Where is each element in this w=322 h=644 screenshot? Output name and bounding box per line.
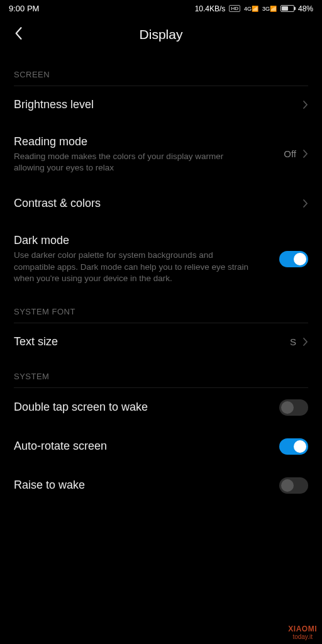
dark-mode-toggle[interactable] (279, 251, 308, 267)
row-brightness-level[interactable]: Brightness level (14, 86, 308, 123)
chevron-right-icon (303, 199, 308, 208)
status-bar: 9:00 PM 10.4KB/s HD 4G📶 3G📶 48% (0, 0, 322, 16)
network-speed: 10.4KB/s (195, 4, 226, 13)
row-subtitle: Reading mode makes the colors of your di… (14, 151, 253, 174)
row-text-size[interactable]: Text size S (14, 323, 308, 360)
raise-wake-toggle[interactable] (279, 477, 308, 494)
row-title: Raise to wake (14, 478, 272, 492)
row-contrast-colors[interactable]: Contrast & colors (14, 185, 308, 222)
row-title: Dark mode (14, 233, 272, 248)
row-value: Off (284, 148, 296, 159)
row-dark-mode: Dark mode Use darker color palette for s… (14, 222, 308, 296)
row-auto-rotate: Auto-rotate screen (14, 427, 308, 466)
chevron-left-icon (14, 26, 23, 40)
header: Display (0, 16, 322, 55)
chevron-right-icon (303, 149, 308, 158)
watermark-brand: XIAOMI (288, 625, 317, 633)
row-double-tap-wake: Double tap screen to wake (14, 388, 308, 427)
watermark: XIAOMI today.it (288, 625, 317, 640)
row-reading-mode[interactable]: Reading mode Reading mode makes the colo… (14, 123, 308, 186)
signal-3g-icon: 3G📶 (262, 6, 277, 12)
chevron-right-icon (303, 100, 308, 109)
row-title: Auto-rotate screen (14, 439, 272, 453)
row-title: Brightness level (14, 97, 295, 112)
row-title: Double tap screen to wake (14, 400, 272, 414)
section-system: SYSTEM (14, 360, 308, 388)
status-time: 9:00 PM (9, 4, 39, 13)
settings-content: SCREEN Brightness level Reading mode Rea… (0, 55, 322, 505)
signal-4g-icon: 4G📶 (244, 6, 258, 12)
auto-rotate-toggle[interactable] (279, 438, 308, 455)
battery-icon (280, 5, 294, 12)
page-title: Display (13, 27, 309, 42)
row-value: S (290, 336, 296, 347)
chevron-right-icon (303, 337, 308, 347)
row-subtitle: Use darker color palette for system back… (14, 250, 253, 284)
row-raise-wake: Raise to wake (14, 466, 308, 505)
battery-percent: 48% (298, 4, 313, 13)
back-button[interactable] (14, 26, 23, 43)
hd-badge-icon: HD (229, 5, 240, 12)
row-title: Reading mode (14, 135, 276, 149)
double-tap-toggle[interactable] (279, 399, 308, 416)
row-title: Text size (14, 335, 282, 349)
section-screen: SCREEN (14, 58, 308, 86)
row-title: Contrast & colors (14, 196, 295, 211)
watermark-site: today.it (288, 633, 317, 640)
section-system-font: SYSTEM FONT (14, 296, 308, 323)
status-right: 10.4KB/s HD 4G📶 3G📶 48% (195, 4, 313, 13)
